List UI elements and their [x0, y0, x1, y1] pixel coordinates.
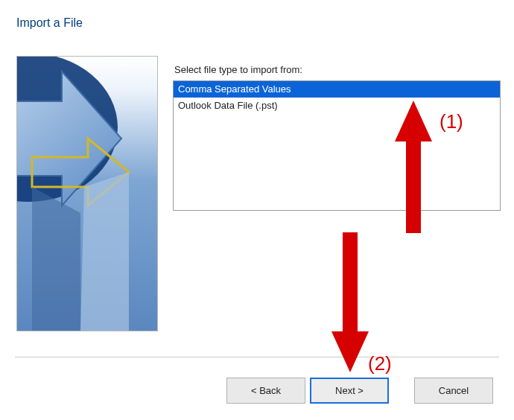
annotation-2-label: (2) — [368, 352, 392, 375]
annotation-arrow-2-icon: (2) — [331, 232, 392, 375]
svg-rect-4 — [343, 232, 358, 333]
file-type-listbox[interactable]: Comma Separated Values Outlook Data File… — [173, 80, 501, 211]
list-item[interactable]: Comma Separated Values — [174, 81, 500, 98]
next-button[interactable]: Next > — [310, 378, 389, 404]
svg-marker-5 — [331, 331, 369, 372]
dialog-title: Import a File — [16, 16, 83, 30]
divider — [15, 357, 499, 357]
cancel-button[interactable]: Cancel — [414, 378, 493, 404]
list-item[interactable]: Outlook Data File (.pst) — [174, 98, 500, 114]
back-button[interactable]: < Back — [226, 378, 305, 404]
import-arrows-illustration — [17, 57, 158, 331]
select-file-type-label: Select file type to import from: — [174, 64, 302, 75]
wizard-graphic — [16, 56, 158, 331]
